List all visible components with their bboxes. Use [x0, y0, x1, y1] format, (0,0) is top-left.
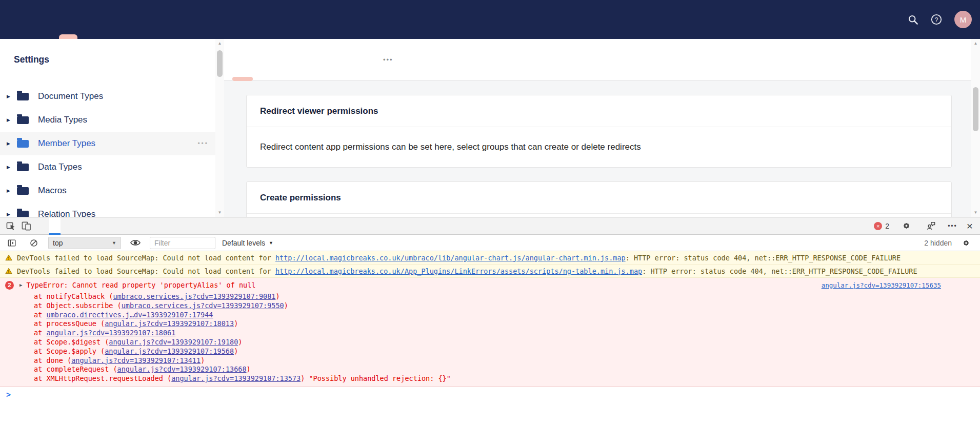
devtools-tab[interactable] [38, 217, 49, 235]
caret-right-icon[interactable]: ▶ [7, 165, 17, 170]
close-devtools-icon[interactable]: × [967, 220, 973, 231]
main-scrollbar[interactable]: ▲ ▼ [971, 39, 980, 217]
devtools-settings-gear-icon[interactable] [898, 217, 914, 235]
stack-frame-source-link[interactable]: angular.js?cdv=1393929107:13573 [171, 374, 301, 382]
nav-section-item[interactable] [174, 0, 198, 39]
dashboard-tab[interactable] [335, 39, 355, 80]
devtools-tab[interactable] [128, 217, 139, 235]
nav-section-item[interactable] [80, 0, 104, 39]
console-sidebar-toggle-icon[interactable] [4, 234, 19, 252]
sourcemap-url-link[interactable]: http://local.magicbreaks.co.uk/App_Plugi… [275, 267, 642, 275]
svg-text:?: ? [935, 16, 938, 24]
stack-frame-source-link[interactable]: umbraco.services.js?cdv=1393929107:9550 [122, 301, 284, 310]
device-toolbar-icon[interactable] [18, 217, 34, 235]
caret-right-icon[interactable]: ▶ [7, 188, 17, 193]
warning-triangle-icon [5, 254, 12, 261]
tree-item[interactable]: ▶ Media Types [0, 108, 224, 132]
nav-section-item[interactable] [9, 0, 33, 39]
dashboard-tab[interactable] [253, 39, 273, 80]
warning-text: : HTTP error: status code 404, net::ERR_… [642, 267, 917, 275]
nav-section-item[interactable] [56, 0, 80, 39]
scroll-up-arrow[interactable]: ▲ [971, 39, 980, 48]
more-options-dots-icon[interactable]: ••• [948, 222, 957, 230]
create-permissions-card: Create permissions [246, 181, 952, 217]
devtools-tab[interactable] [61, 217, 72, 235]
sourcemap-url-link[interactable]: http://local.magicbreaks.co.uk/umbraco/l… [275, 254, 626, 262]
stack-frame: at done (angular.js?cdv=1393929107:13411… [34, 356, 980, 366]
warning-text: : HTTP error: status code 404, net::ERR_… [626, 254, 901, 262]
scroll-down-arrow[interactable]: ▼ [971, 208, 980, 217]
context-value: top [53, 239, 63, 247]
nav-section-item[interactable] [151, 0, 174, 39]
warning-text: DevTools failed to load SourceMap: Could… [17, 267, 275, 275]
stack-frame-source-link[interactable]: umbraco.services.js?cdv=1393929107:9081 [113, 292, 275, 300]
stack-frame: at XMLHttpRequest.requestLoaded (angular… [34, 374, 980, 383]
search-icon[interactable] [908, 14, 918, 25]
tree-item-label: Data Types [38, 162, 82, 172]
stack-frame-source-link[interactable]: angular.js?cdv=1393929107:19568 [105, 347, 234, 355]
devtools-tab[interactable] [83, 217, 94, 235]
nav-section-item[interactable] [104, 0, 127, 39]
scrollbar-thumb[interactable] [973, 87, 978, 131]
inspect-element-icon[interactable] [3, 217, 18, 235]
error-stack-trace: at notifyCallback (umbraco.services.js?c… [0, 292, 980, 383]
dashboard-tab[interactable] [294, 39, 314, 80]
stack-frame-source-link[interactable]: angular.js?cdv=1393929107:19180 [109, 338, 238, 346]
expand-caret-icon[interactable]: ▶ [19, 282, 22, 288]
stack-frame-text: ) [284, 301, 288, 310]
devtools-tab[interactable] [117, 217, 128, 235]
nav-section-item[interactable] [33, 0, 56, 39]
error-circle-x-icon: × [874, 222, 882, 230]
stack-frame-text: at [34, 311, 46, 319]
clear-console-icon[interactable] [26, 234, 42, 252]
more-tabs-dots-icon[interactable]: ••• [376, 56, 401, 64]
stack-frame-text: ) [247, 365, 251, 373]
tree-item[interactable]: ▶ Document Types [0, 85, 224, 108]
devtools-tab[interactable] [106, 217, 117, 235]
devtools-tab[interactable] [49, 217, 61, 235]
stack-frame-source-link[interactable]: angular.js?cdv=1393929107:18061 [46, 329, 175, 337]
scrollbar-thumb[interactable] [217, 50, 223, 77]
tree-item[interactable]: ▶ Relation Types [0, 202, 224, 217]
console-settings-gear-icon[interactable] [958, 234, 974, 252]
console-filter-input[interactable] [150, 237, 215, 249]
console-input-area[interactable] [11, 387, 980, 402]
sidebar-scrollbar[interactable]: ▲ ▼ [215, 39, 224, 217]
error-message-line: 2 ▶ TypeError: Cannot read property 'pro… [0, 278, 980, 292]
stack-frame-source-link[interactable]: angular.js?cdv=1393929107:13668 [117, 365, 247, 373]
error-count-circle: 2 [5, 281, 14, 290]
help-icon[interactable]: ? [931, 14, 942, 25]
feedback-icon[interactable] [923, 217, 938, 235]
dashboard-tab[interactable] [314, 39, 335, 80]
nav-section-item[interactable] [127, 0, 151, 39]
main-panel: ••• Redirect viewer permissions Redirect… [224, 39, 980, 217]
stack-frame-text: at completeRequest ( [34, 365, 117, 373]
tree-item[interactable]: ▶ Macros [0, 179, 224, 202]
user-avatar[interactable]: M [954, 11, 972, 28]
caret-right-icon[interactable]: ▶ [7, 141, 17, 146]
dashboard-tab[interactable] [273, 39, 294, 80]
options-dots-icon[interactable]: ••• [197, 140, 209, 147]
devtools-tab[interactable] [94, 217, 106, 235]
nav-section-item[interactable] [198, 0, 222, 39]
stack-frame-source-link[interactable]: angular.js?cdv=1393929107:13411 [71, 356, 201, 364]
scroll-down-arrow[interactable]: ▼ [215, 208, 224, 217]
tree-item[interactable]: ▶ Member Types ••• [0, 132, 224, 155]
live-expression-eye-icon[interactable] [128, 234, 143, 252]
caret-right-icon[interactable]: ▶ [7, 117, 17, 123]
error-source-location-link[interactable]: angular.js?cdv=1393929107:15635 [822, 281, 941, 289]
log-levels-dropdown[interactable]: Default levels ▼ [222, 239, 273, 247]
error-count-badge[interactable]: × 2 [874, 222, 889, 230]
scroll-up-arrow[interactable]: ▲ [215, 39, 224, 48]
warning-triangle-icon [5, 268, 12, 274]
javascript-context-select[interactable]: top ▼ [48, 237, 121, 249]
caret-right-icon[interactable]: ▶ [7, 94, 17, 99]
devtools-tab[interactable] [72, 217, 83, 235]
stack-frame-text: ) [234, 347, 238, 355]
stack-frame-source-link[interactable]: angular.js?cdv=1393929107:18013 [105, 319, 234, 328]
caret-right-icon[interactable]: ▶ [7, 212, 17, 217]
dashboard-tab[interactable] [355, 39, 376, 80]
dashboard-tab[interactable] [232, 39, 253, 80]
stack-frame-source-link[interactable]: umbraco.directives.j…dv=1393929107:17944 [46, 311, 213, 319]
tree-item[interactable]: ▶ Data Types [0, 155, 224, 179]
